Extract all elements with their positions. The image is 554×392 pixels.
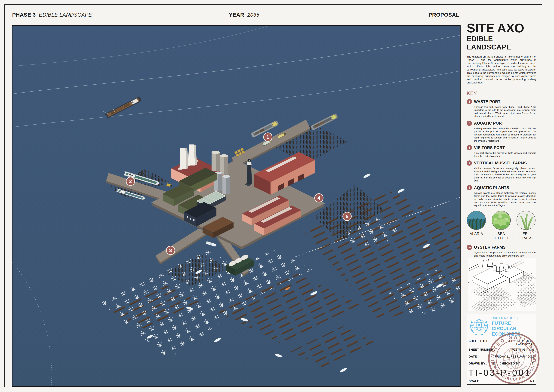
- drawn-checked-row: DRAWN BY : UN CHECKED BY : TI: [467, 360, 536, 367]
- alaria-label: ALARIA: [467, 232, 486, 236]
- scale-value: NA: [530, 379, 534, 383]
- sheet-title-row: SHEET TITLE : SITE AXO EDIBLE LANDSCAPE: [467, 339, 536, 346]
- key-title-3: VISITORS PORT: [474, 145, 536, 150]
- svg-text:2: 2: [129, 178, 132, 184]
- key-item-waste-port: 1 WASTE PORT Through this port, waste fr…: [467, 99, 536, 118]
- key-desc-5: Aquatic plants are placed between the ve…: [474, 191, 536, 207]
- sheet-title-value: SITE AXO EDIBLE LANDSCAPE: [490, 339, 534, 346]
- key-desc-4: Vertical mussel farms are strategically …: [474, 167, 536, 182]
- header-phase: PHASE 3 EDIBLE LANDSCAPE: [12, 12, 92, 18]
- oyster-title: OYSTER FARMS: [474, 245, 536, 250]
- key-marker-4: 4: [467, 161, 472, 166]
- key-title-1: WASTE PORT: [474, 99, 536, 104]
- diagram-marker-2: 2: [126, 177, 135, 186]
- sheet-id-big: TI-03-P-001: [467, 367, 536, 378]
- diagram-marker-4: 4: [315, 194, 323, 202]
- key-marker-3: 3: [467, 145, 472, 150]
- header-proposal: PROPOSAL: [379, 12, 459, 18]
- phase-title: EDIBLE LANDSCAPE: [39, 12, 92, 18]
- key-desc-1: Through this port, waste from Phase 1 an…: [474, 105, 536, 118]
- svg-text:3: 3: [169, 247, 172, 253]
- diagram-marker-1: 1: [264, 133, 272, 141]
- plant-sea-lettuce: SEA LETTUCE: [491, 211, 511, 240]
- key-item-vertical-mussel-farms: 4 VERTICAL MUSSEL FARMS Vertical mussel …: [467, 161, 536, 182]
- sheet-number-label: SHEET NUMBER :: [469, 348, 495, 351]
- key-desc-3: This port allows the arrival for both vi…: [474, 151, 536, 158]
- date-value: FRIDAY 21 FEBRUARY 2020: [495, 355, 534, 358]
- key-heading: KEY: [467, 91, 536, 96]
- key-item-aquatic-port: 2 AQUATIC PORT Fishing vessels that coll…: [467, 121, 536, 142]
- sea-lettuce-image: [492, 211, 511, 230]
- diagram-svg: 1 2 3 4 5: [13, 26, 460, 386]
- date-row: DATE : FRIDAY 21 FEBRUARY 2020: [467, 353, 536, 360]
- diagram-marker-5: 5: [343, 212, 351, 221]
- intro-paragraph: The diagram on the left shows an axonome…: [467, 55, 536, 84]
- key-item-visitors-port: 3 VISITORS PORT This port allows the arr…: [467, 145, 536, 158]
- year-value: 2035: [247, 12, 259, 18]
- key-desc-2: Fishing vessels that collect both shellf…: [474, 127, 536, 142]
- sheet-title-label: SHEET TITLE :: [469, 339, 490, 346]
- key-marker-oyster: [467, 245, 472, 250]
- right-panel: SITE AXO EDIBLE LANDSCAPE The diagram on…: [467, 22, 536, 257]
- plant-alaria: ALARIA: [467, 211, 486, 240]
- sea-lettuce-label: SEA LETTUCE: [491, 232, 511, 240]
- site-axonometric-diagram: 1 2 3 4 5: [12, 25, 461, 387]
- key-marker-1: 1: [467, 99, 472, 104]
- un-small-label: UNITED NATIONS: [492, 316, 531, 320]
- un-logo-text: UNITED NATIONS FUTURE CIRCULAR ECONOMIES: [492, 316, 531, 337]
- date-label: DATE :: [469, 355, 479, 358]
- page-title: SITE AXO: [467, 22, 536, 34]
- diagram-marker-3: 3: [166, 246, 175, 255]
- title-block: UNITED NATIONS FUTURE CIRCULAR ECONOMIES…: [467, 314, 536, 385]
- eel-grass-image: [517, 211, 535, 230]
- svg-text:1: 1: [266, 134, 269, 140]
- drawn-by-value: UN: [492, 362, 496, 365]
- page-subtitle: EDIBLE LANDSCAPE: [467, 35, 536, 51]
- key-item-aquatic-plants: 5 AQUATIC PLANTS Aquatic plants are plac…: [467, 185, 536, 207]
- scale-row: SCALE : NA: [467, 378, 536, 384]
- key-marker-2: 2: [467, 121, 472, 126]
- sheet-number-value: FCE-TI-03-P-001: [511, 348, 534, 351]
- plant-eel-grass: EEL GRASS: [516, 211, 536, 240]
- svg-text:5: 5: [346, 214, 349, 219]
- phase-label: PHASE 3: [12, 12, 36, 18]
- alaria-image: [467, 211, 486, 230]
- key-item-oyster-farms: OYSTER FARMS Oyster farms are placed in …: [467, 245, 536, 257]
- checked-by-label: CHECKED BY :: [500, 362, 522, 365]
- drawn-by-label: DRAWN BY :: [469, 362, 487, 365]
- eel-grass-label: EEL GRASS: [516, 232, 536, 240]
- key-title-5: AQUATIC PLANTS: [474, 185, 536, 190]
- checked-by-value: TI: [532, 362, 534, 365]
- scale-label: SCALE :: [469, 379, 481, 383]
- key-title-4: VERTICAL MUSSEL FARMS: [474, 161, 536, 166]
- site-sketch-thumbnail: [468, 258, 536, 311]
- year-label: YEAR: [229, 12, 244, 18]
- un-logo-row: UNITED NATIONS FUTURE CIRCULAR ECONOMIES: [467, 314, 536, 339]
- key-marker-5: 5: [467, 185, 472, 190]
- un-emblem-icon: [469, 316, 490, 337]
- key-title-2: AQUATIC PORT: [474, 121, 536, 126]
- svg-text:4: 4: [317, 195, 320, 201]
- plant-species-row: ALARIA: [467, 211, 536, 240]
- oyster-desc: Oyster farms are placed in the intertida…: [474, 251, 536, 257]
- sheet-number-row: SHEET NUMBER : FCE-TI-03-P-001: [467, 346, 536, 353]
- header-year: YEAR 2035: [229, 12, 259, 18]
- un-org-label: FUTURE CIRCULAR ECONOMIES: [492, 320, 531, 337]
